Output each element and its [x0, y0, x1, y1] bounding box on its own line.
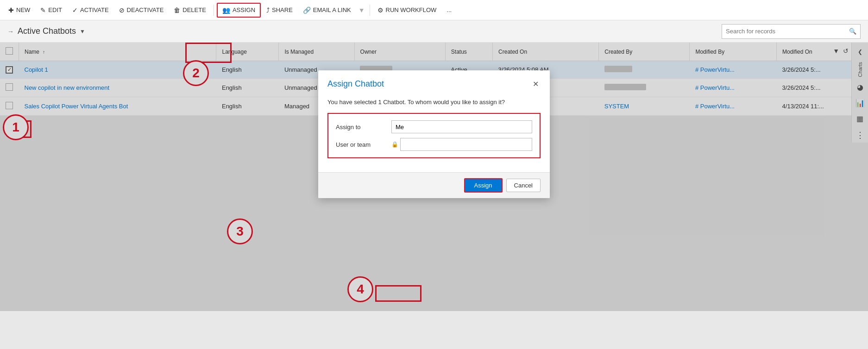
separator [214, 5, 214, 16]
modal-body: You have selected 1 Chatbot. To whom wou… [318, 94, 550, 172]
dropdown-arrow[interactable]: ▼ [357, 6, 367, 14]
modal-close-button[interactable]: ✕ [531, 78, 541, 90]
assign-modal: Assign Chatbot ✕ You have selected 1 Cha… [318, 70, 550, 198]
assign-button[interactable]: 👥 ASSIGN [217, 3, 261, 18]
more-button[interactable]: ... [442, 4, 456, 16]
user-team-row: User or team 🔒 [336, 138, 532, 151]
deactivate-button[interactable]: ⊘ DEACTIVATE [114, 4, 169, 17]
assign-to-row: Assign to [336, 120, 532, 133]
assign-to-input[interactable] [391, 120, 532, 133]
search-icon: 🔍 [849, 28, 856, 35]
modal-overlay: Assign Chatbot ✕ You have selected 1 Cha… [0, 43, 868, 311]
edit-icon: ✎ [40, 6, 46, 14]
chevron-down-icon[interactable]: ▼ [80, 28, 85, 35]
modal-header: Assign Chatbot ✕ [318, 70, 550, 94]
header-row: → Active Chatbots ▼ 🔍 [0, 20, 868, 43]
edit-button[interactable]: ✎ EDIT [36, 4, 67, 17]
share-button[interactable]: ⤴ SHARE [262, 4, 297, 17]
share-icon: ⤴ [266, 6, 270, 14]
header-title: → Active Chatbots ▼ [7, 26, 85, 36]
toolbar: ✚ NEW ✎ EDIT ✓ ACTIVATE ⊘ DEACTIVATE 🗑 D… [0, 0, 868, 20]
arrow-icon: → [7, 28, 14, 35]
delete-button[interactable]: 🗑 DELETE [169, 4, 211, 17]
check-icon: ✓ [72, 6, 78, 14]
modal-form: Assign to User or team 🔒 [327, 113, 541, 158]
page-title: Active Chatbots [18, 26, 76, 36]
lock-icon: 🔒 [391, 141, 398, 148]
modal-description: You have selected 1 Chatbot. To whom wou… [327, 99, 541, 106]
search-box[interactable]: 🔍 [722, 24, 861, 39]
cancel-button[interactable]: Cancel [506, 179, 541, 192]
email-icon: 🔗 [303, 6, 311, 14]
workflow-button[interactable]: ⚙ RUN WORKFLOW [373, 4, 441, 17]
workflow-icon: ⚙ [377, 6, 384, 14]
new-button[interactable]: ✚ NEW [4, 4, 35, 17]
assign-to-label: Assign to [336, 124, 391, 131]
activate-button[interactable]: ✓ ACTIVATE [68, 4, 113, 17]
content-area: Name ↑ Language Is Managed Owner Status … [0, 43, 868, 311]
delete-icon: 🗑 [174, 6, 180, 14]
modal-title: Assign Chatbot [327, 79, 384, 89]
plus-icon: ✚ [8, 6, 14, 14]
modal-footer: Assign Cancel [318, 172, 550, 198]
user-team-input[interactable] [400, 138, 532, 151]
separator2 [370, 5, 370, 16]
user-team-label: User or team [336, 141, 391, 148]
email-link-button[interactable]: 🔗 EMAIL A LINK [298, 4, 356, 17]
assign-confirm-button[interactable]: Assign [464, 178, 503, 193]
search-input[interactable] [726, 28, 846, 35]
assign-icon: 👥 [222, 6, 230, 14]
deactivate-icon: ⊘ [119, 6, 125, 14]
